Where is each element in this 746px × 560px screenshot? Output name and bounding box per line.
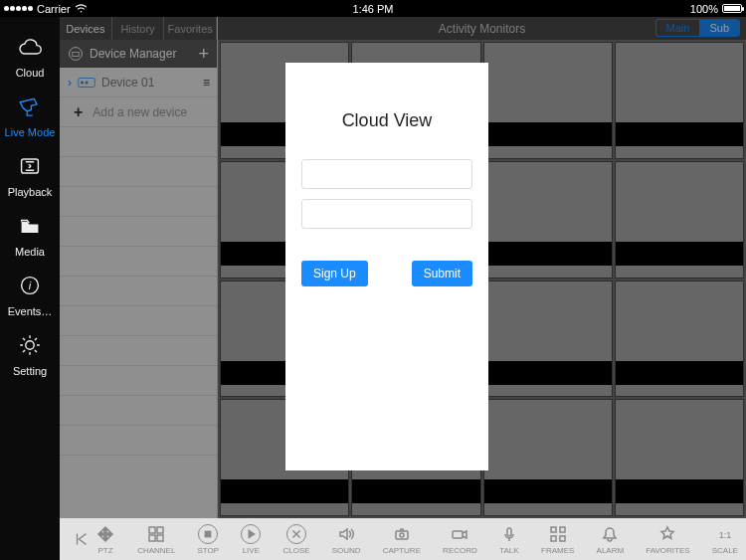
device-type-icon [78, 77, 95, 89]
rail-label: Cloud [16, 67, 45, 79]
chevron-right-icon: › [68, 76, 72, 90]
tool-frames[interactable]: FRAMES [541, 524, 574, 555]
tool-close[interactable]: CLOSE [282, 524, 309, 555]
svg-point-3 [26, 341, 34, 349]
svg-point-4 [70, 48, 83, 61]
tool-live[interactable]: LIVE [241, 524, 261, 555]
video-cell[interactable] [483, 42, 613, 159]
svg-rect-14 [396, 531, 408, 539]
cloud-icon [16, 33, 44, 61]
video-cell[interactable] [615, 42, 744, 159]
rail-item-live[interactable]: Live Mode [0, 93, 60, 138]
svg-point-15 [400, 533, 404, 537]
svg-rect-11 [149, 535, 155, 541]
password-field[interactable] [301, 199, 472, 229]
username-input[interactable] [316, 167, 466, 181]
svg-rect-9 [149, 527, 155, 533]
page-first-button[interactable] [68, 530, 95, 548]
video-cell[interactable] [615, 161, 744, 279]
svg-rect-12 [157, 535, 163, 541]
carrier-label: Carrier [37, 3, 71, 15]
info-icon: i [16, 272, 44, 299]
svg-point-7 [81, 81, 84, 84]
hamburger-icon[interactable]: ≡ [203, 76, 209, 90]
tool-alarm[interactable]: ALARM [597, 524, 625, 555]
panel-tab-favorites[interactable]: Favorites [164, 17, 217, 40]
signup-button[interactable]: Sign Up [301, 261, 368, 286]
username-field[interactable] [301, 159, 472, 189]
rail-label: Live Mode [5, 126, 56, 138]
playback-icon [16, 152, 44, 180]
seg-main[interactable]: Main [656, 20, 700, 36]
video-cell[interactable] [615, 399, 744, 516]
tool-talk[interactable]: TALK [499, 524, 519, 555]
status-time: 1:46 PM [353, 3, 394, 15]
panel-tab-history[interactable]: History [112, 17, 165, 40]
rail-label: Playback [8, 186, 53, 198]
rail-item-setting[interactable]: Setting [0, 331, 60, 377]
status-bar: Carrier 1:46 PM 100% [0, 0, 746, 17]
svg-rect-5 [73, 52, 79, 56]
tool-sound[interactable]: SOUND [332, 524, 361, 555]
video-cell[interactable] [483, 161, 613, 279]
rail-label: Media [15, 246, 45, 258]
svg-rect-19 [560, 527, 565, 532]
rail-item-events[interactable]: i Events… [0, 272, 60, 317]
stage-topbar: Activity Monitors Main Sub [218, 17, 746, 40]
stream-segment: Main Sub [655, 19, 740, 37]
rail-item-cloud[interactable]: Cloud [0, 33, 60, 79]
svg-text:1:1: 1:1 [719, 530, 732, 540]
rail-label: Events… [8, 305, 53, 317]
device-manager-label: Device Manager [90, 47, 176, 61]
camera-icon [16, 93, 44, 120]
tool-channel[interactable]: CHANNEL [137, 524, 175, 555]
panel-tabs: Devices History Favorites [60, 17, 217, 40]
svg-rect-21 [560, 536, 565, 541]
svg-rect-17 [507, 528, 511, 536]
folder-icon [16, 212, 44, 240]
battery-icon [722, 4, 742, 13]
password-input[interactable] [316, 207, 466, 221]
rail-item-playback[interactable]: Playback [0, 152, 60, 198]
modal-title: Cloud View [342, 110, 433, 131]
battery-percent: 100% [690, 3, 718, 15]
cloud-login-modal: Cloud View Sign Up Submit [285, 63, 488, 470]
tool-record[interactable]: RECORD [443, 524, 477, 555]
svg-text:i: i [29, 280, 32, 291]
device-label: Device 01 [101, 76, 154, 90]
panel-tab-devices[interactable]: Devices [60, 17, 112, 40]
plus-icon: + [74, 103, 83, 121]
device-row[interactable]: › Device 01 ≡ [60, 68, 217, 97]
left-rail: Cloud Live Mode Playback Media i Events…… [0, 17, 60, 560]
rail-label: Setting [13, 365, 47, 377]
device-panel: Devices History Favorites Device Manager… [60, 17, 218, 518]
svg-rect-16 [453, 531, 463, 538]
video-cell[interactable] [483, 399, 613, 516]
svg-rect-20 [551, 536, 556, 541]
bottom-toolbar: PTZCHANNELSTOPLIVECLOSESOUNDCAPTURERECOR… [60, 518, 746, 560]
svg-rect-18 [551, 527, 556, 532]
svg-rect-13 [206, 531, 211, 536]
add-device-row[interactable]: + Add a new device [60, 97, 217, 127]
tool-ptz[interactable]: PTZ [95, 524, 115, 555]
page-title: Activity Monitors [439, 22, 525, 36]
tool-stop[interactable]: STOP [198, 524, 220, 555]
device-manager-icon [68, 46, 84, 62]
add-device-label: Add a new device [93, 105, 187, 119]
device-manager-header[interactable]: Device Manager + [60, 40, 217, 68]
gear-icon [16, 331, 44, 359]
add-device-plus-icon[interactable]: + [198, 45, 209, 63]
submit-button[interactable]: Submit [412, 261, 472, 286]
seg-sub[interactable]: Sub [699, 20, 739, 36]
tool-favorites[interactable]: FAVORITES [646, 524, 689, 555]
wifi-icon [75, 4, 88, 13]
svg-point-8 [86, 81, 89, 84]
rail-item-media[interactable]: Media [0, 212, 60, 258]
svg-rect-10 [157, 527, 163, 533]
tool-capture[interactable]: CAPTURE [383, 524, 421, 555]
video-cell[interactable] [615, 280, 744, 398]
video-cell[interactable] [483, 280, 613, 398]
tool-scale[interactable]: 1:1SCALE [712, 524, 738, 555]
